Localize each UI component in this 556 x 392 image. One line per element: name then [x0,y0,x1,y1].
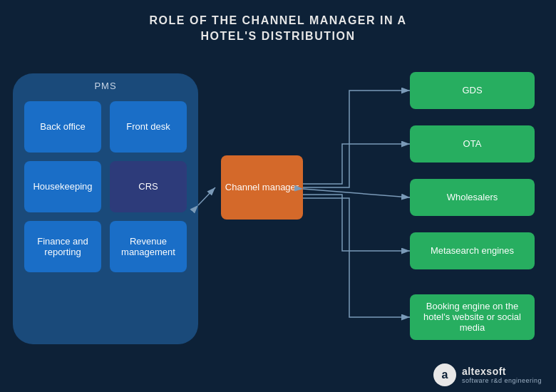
wholesalers-box: Wholesalers [410,179,535,216]
logo-name: altexsoft [462,366,542,377]
logo-icon: a [433,363,456,386]
gds-box: GDS [410,72,535,109]
ota-box: OTA [410,125,535,163]
page-title: ROLE OF THE CHANNEL MANAGER IN A HOTEL'S… [0,0,556,52]
booking-box: Booking engine on the hotel's website or… [410,294,535,340]
svg-line-3 [198,187,215,205]
pms-container: PMS Back office Front desk Housekeeping … [13,73,198,344]
housekeeping-box: Housekeeping [24,161,101,212]
svg-line-4 [303,189,410,197]
finance-box: Finance and reporting [24,221,101,272]
pms-label: PMS [13,73,198,91]
back-office-box: Back office [24,101,101,153]
logo-text: altexsoft software r&d engineering [462,366,542,384]
revenue-box: Revenue management [110,221,187,272]
crs-box: CRS [110,161,187,212]
logo-subtitle: software r&d engineering [462,377,542,384]
front-desk-box: Front desk [110,101,187,153]
logo: a altexsoft software r&d engineering [433,363,542,386]
metasearch-box: Metasearch engines [410,232,535,269]
channel-manager-box: Channel manager [221,155,303,220]
